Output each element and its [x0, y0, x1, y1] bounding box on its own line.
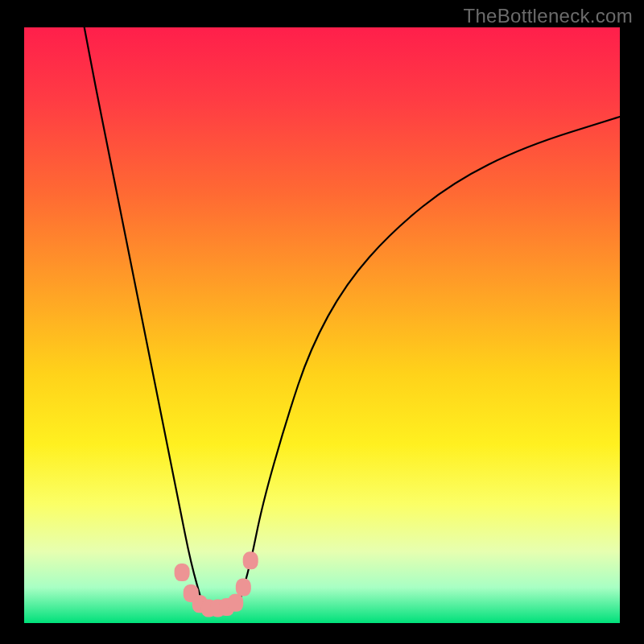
bottom-marker	[175, 564, 190, 581]
bottom-marker	[243, 551, 258, 569]
bottleneck-plot	[0, 0, 644, 644]
bottom-marker	[228, 594, 243, 612]
plot-background	[24, 27, 620, 623]
chart-container: TheBottleneck.com	[0, 0, 644, 644]
bottom-marker	[236, 579, 251, 597]
watermark-text: TheBottleneck.com	[463, 5, 633, 27]
